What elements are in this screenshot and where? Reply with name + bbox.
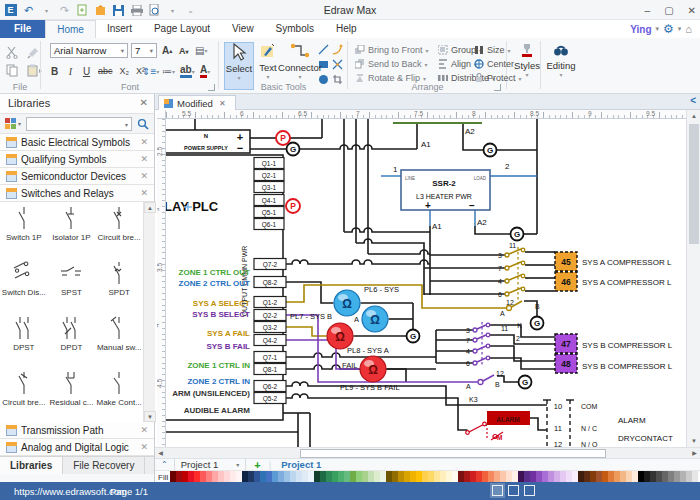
- symbol-switch-1p[interactable]: Switch 1P: [0, 202, 48, 257]
- highlight-color-button[interactable]: ab▾: [178, 64, 197, 78]
- line-spacing-button[interactable]: ⇕≡▾: [140, 64, 161, 78]
- panel-tab-file-recovery[interactable]: File Recovery: [63, 457, 145, 474]
- rotate-flip-button[interactable]: Rotate & Flip▾: [355, 73, 426, 83]
- tab-symbols[interactable]: Symbols: [265, 20, 325, 38]
- font-color-button[interactable]: A▾: [198, 64, 212, 78]
- cross-tool-icon[interactable]: [332, 59, 343, 70]
- connector-tool-button[interactable]: Connector▾: [282, 42, 318, 90]
- page-selector[interactable]: Project 1▾: [174, 459, 247, 471]
- underline-button[interactable]: U: [80, 64, 93, 78]
- grow-font-button[interactable]: A▴: [160, 43, 174, 57]
- send-to-back-button[interactable]: Send to Back▾: [355, 59, 428, 69]
- symbol-residual-c-[interactable]: Residual c...: [48, 367, 96, 422]
- search-icon[interactable]: [137, 118, 149, 130]
- symbol-dpdt[interactable]: DPDT: [48, 312, 96, 367]
- library-close-icon[interactable]: ✕: [140, 154, 148, 164]
- text-tool-button[interactable]: Text▾: [256, 42, 280, 90]
- select-tool-button[interactable]: Select▾: [224, 42, 254, 90]
- document-tab[interactable]: Modified ✕: [158, 95, 236, 110]
- scroll-up-icon[interactable]: ▲: [688, 110, 700, 122]
- page-tab-project1[interactable]: Project 1: [281, 459, 321, 470]
- user-dropdown-icon[interactable]: ▾: [656, 25, 660, 33]
- user-name[interactable]: Ying: [630, 24, 651, 35]
- tab-view[interactable]: View: [221, 20, 265, 38]
- font-family-select[interactable]: Arial Narrow▾: [50, 43, 128, 58]
- vertical-scrollbar[interactable]: ▲ ▼: [686, 110, 700, 447]
- line-tool-icon[interactable]: [318, 44, 329, 55]
- library-close-icon[interactable]: ✕: [140, 171, 148, 181]
- italic-button[interactable]: I: [64, 64, 77, 78]
- protect-button[interactable]: Protect▾: [474, 73, 522, 83]
- tab-help[interactable]: Help: [325, 20, 368, 38]
- tab-page-layout[interactable]: Page Layout: [143, 20, 221, 38]
- libraries-close-icon[interactable]: ✕: [140, 97, 148, 108]
- panel-tab-libraries[interactable]: Libraries: [0, 457, 63, 474]
- grid-scroll-down-icon[interactable]: ▼: [144, 411, 156, 422]
- symbol-manual-sw-[interactable]: Manual sw...: [95, 312, 143, 367]
- paragraph-button[interactable]: ▤▾: [193, 43, 209, 57]
- library-close-icon[interactable]: ✕: [140, 188, 148, 198]
- library-group-transmission-path[interactable]: Transmission Path✕: [0, 422, 154, 439]
- copy-icon[interactable]: [6, 64, 19, 77]
- tab-insert[interactable]: Insert: [96, 20, 143, 38]
- align-button[interactable]: Align▾: [438, 59, 477, 69]
- subscript-button[interactable]: X₂: [118, 64, 132, 78]
- scroll-right-icon[interactable]: ▶: [689, 448, 700, 458]
- library-menu-caret[interactable]: ▾: [18, 120, 21, 127]
- symbol-grid-scrollbar[interactable]: ▲ ▼: [143, 202, 155, 422]
- collapse-pages-icon[interactable]: ⌃: [161, 460, 168, 469]
- editing-button[interactable]: Editing ▾: [545, 42, 577, 90]
- collapse-panel-icon[interactable]: <: [690, 95, 696, 106]
- symbol-make-cont-[interactable]: Make Cont...: [95, 367, 143, 422]
- size-button[interactable]: Size▾: [474, 45, 511, 55]
- collapse-ribbon-icon[interactable]: ⌂: [685, 23, 692, 35]
- symbol-circuit-bre-[interactable]: Circuit bre...: [0, 367, 48, 422]
- vertical-scroll-thumb[interactable]: [689, 124, 699, 244]
- bring-to-front-button[interactable]: Bring to Front▾: [355, 45, 429, 55]
- normal-view-icon[interactable]: [492, 485, 503, 496]
- scroll-left-icon[interactable]: ◀: [155, 448, 166, 458]
- tab-home[interactable]: Home: [45, 20, 96, 38]
- presentation-view-icon[interactable]: [524, 485, 535, 496]
- bold-button[interactable]: B: [48, 64, 61, 78]
- library-close-icon[interactable]: ✕: [140, 442, 148, 452]
- library-group-qualifying-symbols[interactable]: Qualifying Symbols✕: [0, 151, 154, 168]
- strikethrough-button[interactable]: abc: [96, 64, 115, 78]
- gear-icon[interactable]: ⚙: [663, 22, 674, 36]
- library-close-icon[interactable]: ✕: [140, 425, 148, 435]
- settings-dropdown-icon[interactable]: ▾: [678, 25, 682, 33]
- minimize-button[interactable]: –: [645, 5, 651, 16]
- close-button[interactable]: ✕: [688, 5, 696, 16]
- symbol-isolator-1p[interactable]: Isolator 1P: [48, 202, 96, 257]
- horizontal-scroll-thumb[interactable]: [300, 449, 606, 458]
- drawing-canvas[interactable]: LINESSR-2LOADL3 HEATER PWR+−NPOWER SUPPL…: [166, 119, 686, 447]
- library-search-input[interactable]: ▾: [26, 117, 132, 131]
- shrink-font-button[interactable]: A▾: [177, 44, 191, 58]
- tab-file[interactable]: File: [0, 20, 45, 38]
- format-painter-icon[interactable]: [27, 46, 40, 59]
- cut-icon[interactable]: [6, 46, 19, 59]
- symbol-dpst[interactable]: DPST: [0, 312, 48, 367]
- document-tab-close-icon[interactable]: ✕: [219, 99, 226, 108]
- font-dialog-launcher[interactable]: [208, 84, 215, 91]
- library-group-semiconductor-devices[interactable]: Semiconductor Devices✕: [0, 168, 154, 185]
- arrange-dialog-launcher[interactable]: [494, 84, 501, 91]
- symbol-circuit-bre-[interactable]: Circuit bre...: [95, 202, 143, 257]
- add-page-button[interactable]: +: [254, 459, 260, 471]
- font-size-select[interactable]: 7▾: [131, 43, 157, 58]
- arc-tool-icon[interactable]: [332, 44, 343, 55]
- center-button[interactable]: Center: [474, 59, 514, 69]
- scroll-down-icon[interactable]: ▼: [688, 435, 700, 447]
- library-close-icon[interactable]: ✕: [140, 137, 148, 147]
- grid-scroll-up-icon[interactable]: ▲: [144, 202, 156, 213]
- horizontal-scrollbar[interactable]: ◀ ▶: [155, 447, 700, 458]
- library-group-basic-electrical-symbols[interactable]: Basic Electrical Symbols✕: [0, 134, 154, 151]
- symbol-switch-dis-[interactable]: Switch Dis...: [0, 257, 48, 312]
- fit-view-icon[interactable]: [508, 485, 519, 496]
- symbol-spst[interactable]: SPST: [48, 257, 96, 312]
- library-group-switches-and-relays[interactable]: Switches and Relays✕: [0, 185, 154, 202]
- symbol-spdt[interactable]: SPDT: [95, 257, 143, 312]
- bullet-list-button[interactable]: ≔▾: [160, 64, 177, 78]
- library-menu-icon[interactable]: [5, 118, 17, 130]
- library-group-analog-and-digital-logic[interactable]: Analog and Digital Logic✕: [0, 439, 154, 456]
